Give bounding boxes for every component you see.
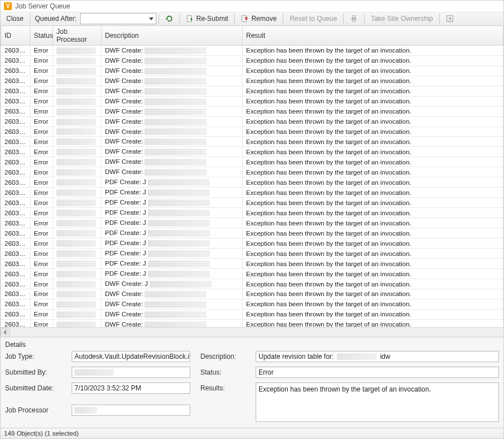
field-job-type[interactable]: Autodesk.Vault.UpdateRevisionBlock.idw — [72, 351, 190, 362]
table-row[interactable]: 2603456ErrorDWF Create: Exception has be… — [1, 309, 503, 319]
field-submitted-by[interactable] — [72, 367, 190, 378]
horizontal-scrollbar[interactable] — [1, 327, 503, 337]
queued-after-dropdown[interactable] — [80, 13, 156, 24]
label-status: Status: — [200, 367, 246, 376]
remove-button[interactable]: Remove — [237, 13, 281, 24]
field-results[interactable]: Exception has been thrown by the target … — [256, 383, 499, 422]
label-description: Description: — [200, 351, 246, 360]
cell-result: Exception has been thrown by the target … — [243, 137, 503, 147]
col-header-description[interactable]: Description — [102, 26, 243, 46]
table-row[interactable]: 2603396ErrorDWF Create: Exception has be… — [1, 96, 503, 106]
cell-id: 2603404 — [1, 147, 30, 157]
cell-id: 2603396 — [1, 96, 30, 106]
redacted-text — [56, 240, 96, 247]
table-row[interactable]: 2603402ErrorDWF Create: Exception has be… — [1, 137, 503, 147]
redacted-text — [56, 311, 96, 318]
table-row[interactable]: 2603437ErrorPDF Create: J Exception has … — [1, 228, 503, 238]
table-row[interactable]: 2603391ErrorDWF Create: Exception has be… — [1, 55, 503, 66]
redacted-text — [144, 128, 207, 135]
field-status[interactable]: Error — [256, 367, 499, 378]
table-row[interactable]: 2603444ErrorPDF Create: J Exception has … — [1, 249, 503, 259]
cell-description: DWF Create: — [102, 299, 243, 309]
redacted-text — [148, 240, 210, 247]
table-row[interactable]: 2603447ErrorPDF Create: J Exception has … — [1, 259, 503, 269]
table-row[interactable]: 2603425ErrorPDF Create: J Exception has … — [1, 188, 503, 198]
cell-id: 2603390 — [1, 45, 30, 55]
table-row[interactable]: 2603451ErrorDWF Create: J Exception has … — [1, 279, 503, 289]
table-row[interactable]: 2603395ErrorDWF Create: Exception has be… — [1, 86, 503, 96]
cell-job-processor — [53, 198, 102, 208]
cell-status: Error — [30, 66, 53, 76]
cell-status: Error — [30, 106, 53, 116]
table-row[interactable]: 2603401ErrorDWF Create: Exception has be… — [1, 127, 503, 137]
toolbar-separator — [30, 14, 30, 24]
table-row[interactable]: 2603457ErrorDWF Create: Exception has be… — [1, 319, 503, 327]
table-row[interactable]: 2603392ErrorDWF Create: Exception has be… — [1, 66, 503, 76]
cell-job-processor — [53, 309, 102, 319]
cell-description: DWF Create: — [102, 289, 243, 299]
cell-result: Exception has been thrown by the target … — [243, 66, 503, 76]
col-header-result[interactable]: Result — [243, 26, 503, 46]
table-row[interactable]: 2603423ErrorPDF Create: J Exception has … — [1, 177, 503, 188]
cell-description: DWF Create: — [102, 106, 243, 116]
cell-result: Exception has been thrown by the target … — [243, 147, 503, 157]
cell-status: Error — [30, 238, 53, 249]
cell-description: PDF Create: J — [102, 208, 243, 218]
close-button[interactable]: Close — [2, 13, 28, 24]
redacted-text — [144, 321, 207, 327]
col-header-status[interactable]: Status — [30, 26, 53, 46]
redacted-text — [144, 78, 207, 85]
table-row[interactable]: 2603397ErrorDWF Create: Exception has be… — [1, 106, 503, 116]
table-row[interactable]: 2603430ErrorPDF Create: J Exception has … — [1, 198, 503, 208]
cell-description: DWF Create: J — [102, 279, 243, 289]
field-job-processor[interactable] — [72, 405, 190, 416]
table-row[interactable]: 2603406ErrorDWF Create: Exception has be… — [1, 167, 503, 177]
redacted-text — [56, 271, 96, 277]
reset-to-queue-button[interactable]: Reset to Queue — [286, 13, 341, 24]
resubmit-button[interactable]: Re-Submit — [182, 13, 233, 24]
table-row[interactable]: 2603449ErrorPDF Create: J Exception has … — [1, 269, 503, 279]
cell-description: DWF Create: — [102, 96, 243, 106]
table-row[interactable]: 2603455ErrorDWF Create: Exception has be… — [1, 299, 503, 309]
print-button[interactable] — [346, 13, 362, 24]
field-submitted-date[interactable]: 7/10/2023 3:52:32 PM — [72, 383, 190, 394]
table-row[interactable]: 2603405ErrorDWF Create: Exception has be… — [1, 157, 503, 167]
cell-id: 2603425 — [1, 188, 30, 198]
cell-result: Exception has been thrown by the target … — [243, 289, 503, 299]
col-header-job-processor[interactable]: Job Processor — [53, 26, 102, 46]
help-button[interactable]: ? — [442, 13, 458, 24]
app-icon: V — [4, 2, 12, 10]
cell-id: 2603399 — [1, 116, 30, 127]
redacted-text — [74, 407, 97, 414]
table-row[interactable]: 2603434ErrorPDF Create: J Exception has … — [1, 218, 503, 228]
cell-status: Error — [30, 55, 53, 66]
refresh-button[interactable] — [161, 13, 177, 24]
table-row[interactable]: 2603390ErrorDWF Create: Exception has be… — [1, 45, 503, 55]
redacted-text — [144, 291, 207, 298]
table-row[interactable]: 2603404ErrorDWF Create: Exception has be… — [1, 147, 503, 157]
cell-id: 2603391 — [1, 55, 30, 66]
col-header-id[interactable]: ID — [1, 26, 30, 46]
field-description[interactable]: Update revision table for: idw — [256, 351, 499, 362]
table-row[interactable]: 2603454ErrorDWF Create: Exception has be… — [1, 289, 503, 299]
cell-result: Exception has been thrown by the target … — [243, 177, 503, 188]
cell-id: 2603454 — [1, 289, 30, 299]
toolbar-separator — [283, 14, 283, 24]
cell-status: Error — [30, 299, 53, 309]
job-grid[interactable]: ID Status Job Processor Description Resu… — [1, 26, 503, 328]
cell-id: 2603455 — [1, 299, 30, 309]
table-row[interactable]: 2603394ErrorDWF Create: Exception has be… — [1, 76, 503, 86]
redacted-text — [56, 128, 96, 135]
take-site-ownership-button[interactable]: Take Site Ownership — [367, 13, 437, 24]
table-row[interactable]: 2603431ErrorPDF Create: J Exception has … — [1, 208, 503, 218]
scroll-left-icon[interactable] — [1, 328, 10, 337]
cell-id: 2603397 — [1, 106, 30, 116]
redacted-text — [56, 301, 96, 308]
redacted-text — [144, 108, 207, 115]
cell-id: 2603451 — [1, 279, 30, 289]
cell-job-processor — [53, 279, 102, 289]
table-row[interactable]: 2603399ErrorDWF Create: Exception has be… — [1, 116, 503, 127]
redacted-text — [56, 179, 96, 186]
redacted-text — [56, 281, 96, 288]
table-row[interactable]: 2603441ErrorPDF Create: J Exception has … — [1, 238, 503, 249]
